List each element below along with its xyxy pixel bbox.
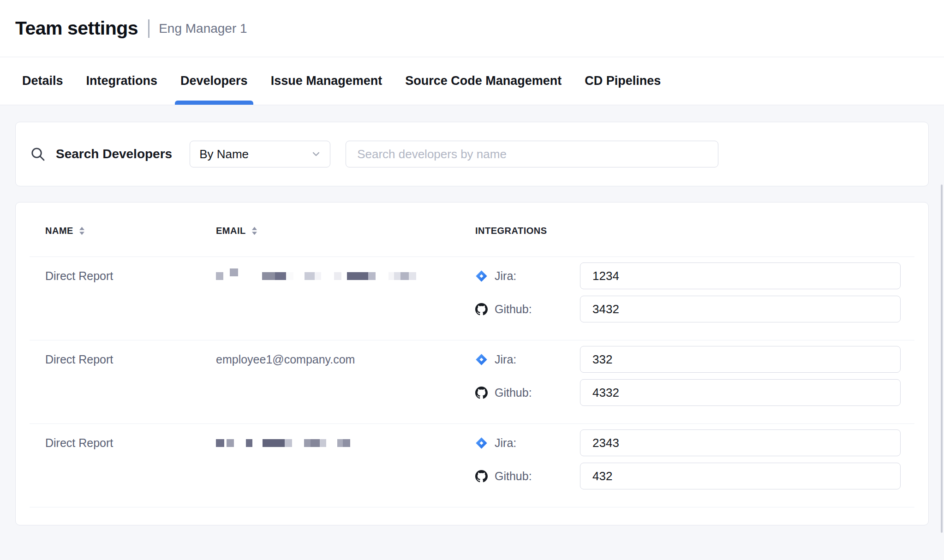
tab-details-label: Details xyxy=(22,74,63,88)
table-row: Direct Report xyxy=(30,256,914,340)
table-row: Direct Report xyxy=(30,423,914,507)
jira-integration-row: Jira: xyxy=(475,429,914,456)
sort-icon[interactable] xyxy=(78,226,85,235)
developer-email: employee1@company.com xyxy=(195,346,462,406)
column-header-integrations: INTEGRATIONS xyxy=(475,226,914,236)
github-icon xyxy=(475,303,488,316)
tab-cd-pipelines-label: CD Pipelines xyxy=(585,74,661,88)
jira-icon xyxy=(475,437,488,449)
redacted-email xyxy=(216,429,462,456)
jira-label: Jira: xyxy=(495,269,516,283)
table-row: Direct Report employee1@company.com Jira… xyxy=(30,340,914,423)
column-header-email[interactable]: EMAIL xyxy=(216,226,462,236)
integrations-cell: Jira: Github: xyxy=(462,429,914,489)
developer-email xyxy=(195,262,462,322)
integrations-cell: Jira: Github: xyxy=(462,262,914,322)
github-icon xyxy=(475,470,488,483)
column-header-integrations-label: INTEGRATIONS xyxy=(475,226,547,236)
developer-name: Direct Report xyxy=(30,429,195,489)
github-id-input[interactable] xyxy=(580,379,901,406)
jira-icon xyxy=(475,353,488,366)
tab-details[interactable]: Details xyxy=(17,57,69,105)
column-header-name[interactable]: NAME xyxy=(45,226,195,236)
tab-integrations-label: Integrations xyxy=(86,74,158,88)
jira-icon xyxy=(475,270,488,282)
table-header-row: NAME EMAIL INTEGRATIONS xyxy=(30,203,914,256)
title-separator xyxy=(148,19,149,38)
scrollbar-thumb[interactable] xyxy=(941,185,943,533)
jira-id-input[interactable] xyxy=(580,262,901,289)
jira-label-group: Jira: xyxy=(475,269,580,283)
github-id-input[interactable] xyxy=(580,296,901,322)
page-title: Team settings xyxy=(15,18,138,39)
jira-integration-row: Jira: xyxy=(475,346,914,373)
tab-developers-label: Developers xyxy=(180,74,248,88)
sort-icon[interactable] xyxy=(251,226,258,235)
search-card: Search Developers By Name xyxy=(15,122,929,186)
github-icon xyxy=(475,387,488,399)
tab-bar: Details Integrations Developers Issue Ma… xyxy=(0,57,944,105)
page-header: Team settings Eng Manager 1 xyxy=(0,0,944,57)
github-label: Github: xyxy=(495,470,532,483)
github-integration-row: Github: xyxy=(475,296,914,322)
github-label-group: Github: xyxy=(475,303,580,316)
jira-label: Jira: xyxy=(495,353,516,366)
github-integration-row: Github: xyxy=(475,463,914,489)
active-tab-indicator xyxy=(175,101,253,105)
developers-table: NAME EMAIL INTEGRATIONS xyxy=(15,202,929,525)
jira-id-input[interactable] xyxy=(580,346,901,373)
github-integration-row: Github: xyxy=(475,379,914,406)
tab-issue-management[interactable]: Issue Management xyxy=(265,57,388,105)
tab-integrations[interactable]: Integrations xyxy=(81,57,163,105)
page-subtitle: Eng Manager 1 xyxy=(159,21,247,36)
github-id-input[interactable] xyxy=(580,463,901,489)
column-header-email-label: EMAIL xyxy=(216,226,246,236)
jira-label-group: Jira: xyxy=(475,353,580,366)
github-label-group: Github: xyxy=(475,470,580,483)
developer-email xyxy=(195,429,462,489)
redacted-email xyxy=(216,262,462,289)
tab-issue-management-label: Issue Management xyxy=(271,74,382,88)
integrations-cell: Jira: Github: xyxy=(462,346,914,406)
jira-id-input[interactable] xyxy=(580,429,901,456)
search-icon xyxy=(30,146,46,162)
tab-source-code-management[interactable]: Source Code Management xyxy=(400,57,567,105)
developer-name: Direct Report xyxy=(30,262,195,322)
tab-cd-pipelines[interactable]: CD Pipelines xyxy=(579,57,666,105)
github-label-group: Github: xyxy=(475,386,580,399)
jira-label-group: Jira: xyxy=(475,436,580,450)
search-filter-value: By Name xyxy=(199,147,249,161)
github-label: Github: xyxy=(495,303,532,316)
jira-integration-row: Jira: xyxy=(475,262,914,289)
github-label: Github: xyxy=(495,386,532,399)
developer-name: Direct Report xyxy=(30,346,195,406)
search-input[interactable] xyxy=(346,141,718,167)
tab-source-code-management-label: Source Code Management xyxy=(405,74,562,88)
chevron-down-icon xyxy=(311,149,322,160)
column-header-name-label: NAME xyxy=(45,226,73,236)
jira-label: Jira: xyxy=(495,436,516,450)
search-developers-label: Search Developers xyxy=(56,147,172,161)
search-filter-select[interactable]: By Name xyxy=(190,141,330,167)
tab-developers[interactable]: Developers xyxy=(175,57,253,105)
content-area: Search Developers By Name NAME EMAI xyxy=(0,105,944,525)
